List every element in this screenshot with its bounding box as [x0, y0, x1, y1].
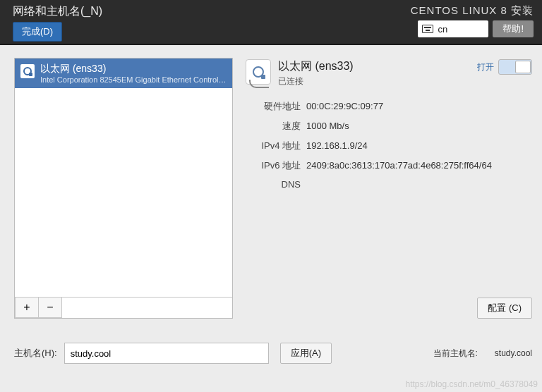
done-button[interactable]: 完成(D) [13, 22, 62, 42]
top-bar: 网络和主机名(_N) 完成(D) CENTOS LINUX 8 安装 cn 帮助… [0, 0, 542, 45]
hw-address-value: 00:0C:29:9C:09:77 [306, 101, 532, 111]
nic-toggle-label: 打开 [477, 61, 494, 73]
ethernet-large-icon [246, 59, 271, 85]
nic-list-item[interactable]: 以太网 (ens33) Intel Corporation 82545EM Gi… [15, 59, 232, 88]
apply-hostname-button[interactable]: 应用(A) [280, 343, 332, 364]
nic-list-pane: 以太网 (ens33) Intel Corporation 82545EM Gi… [14, 58, 233, 319]
remove-nic-button[interactable]: − [38, 297, 62, 318]
nic-detail-grid: 硬件地址 00:0C:29:9C:09:77 速度 1000 Mb/s IPv4… [246, 100, 532, 190]
nic-name: 以太网 (ens33) [40, 63, 227, 75]
keyboard-layout-label: cn [438, 24, 447, 35]
nic-detail-title: 以太网 (ens33) [278, 59, 354, 74]
add-nic-button[interactable]: + [15, 297, 39, 318]
nic-status: 已连接 [278, 75, 354, 87]
content-area: 以太网 (ens33) Intel Corporation 82545EM Gi… [0, 45, 542, 392]
ipv6-value: 2409:8a0c:3613:170a:77ad:4e68:275f:ff64/… [306, 160, 532, 171]
dns-label: DNS [246, 179, 301, 190]
keyboard-layout-selector[interactable]: cn [418, 20, 488, 37]
help-button[interactable]: 帮助! [493, 20, 534, 37]
configure-button[interactable]: 配置 (C) [477, 298, 532, 319]
nic-description: Intel Corporation 82545EM Gigabit Ethern… [40, 75, 227, 84]
hostname-input[interactable] [64, 343, 269, 364]
current-hostname-label: 当前主机名: [433, 348, 478, 360]
installer-title: CENTOS LINUX 8 安装 [411, 4, 534, 18]
nic-detail-pane: 以太网 (ens33) 已连接 打开 硬件地址 00:0C:29:9C:09:7… [246, 58, 532, 319]
ipv6-label: IPv6 地址 [246, 159, 301, 172]
watermark: https://blog.csdn.net/m0_46378049 [406, 379, 538, 389]
speed-label: 速度 [246, 120, 301, 133]
page-title: 网络和主机名(_N) [13, 4, 102, 19]
hostname-label: 主机名(H): [14, 347, 57, 360]
hostname-row: 主机名(H): 应用(A) 当前主机名: study.cool [14, 343, 532, 364]
add-remove-bar: + − [15, 297, 232, 318]
nic-list: 以太网 (ens33) Intel Corporation 82545EM Gi… [15, 59, 232, 297]
keyboard-icon [422, 25, 433, 33]
ipv4-value: 192.168.1.9/24 [306, 140, 532, 151]
hw-address-label: 硬件地址 [246, 100, 301, 113]
nic-toggle[interactable]: 打开 [477, 59, 532, 75]
speed-value: 1000 Mb/s [306, 121, 532, 131]
current-hostname-value: study.cool [495, 348, 532, 358]
ethernet-icon [20, 64, 35, 78]
ipv4-label: IPv4 地址 [246, 140, 301, 152]
